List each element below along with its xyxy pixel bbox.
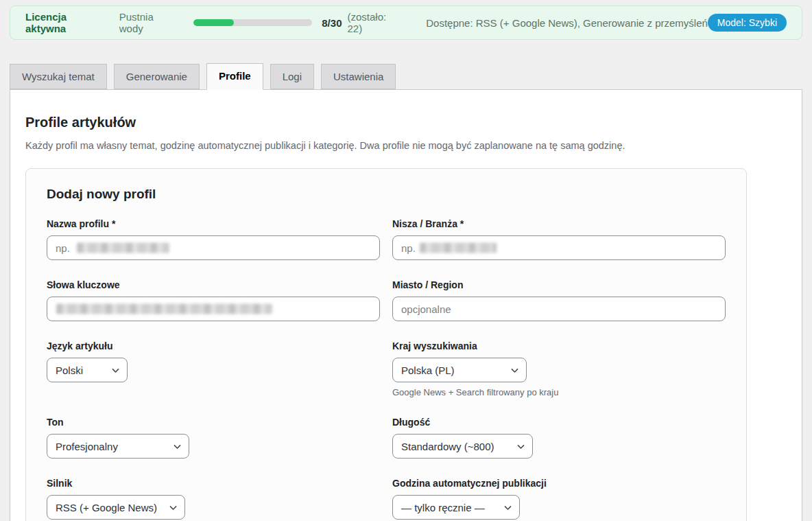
field-slowa-kluczowe: Słowa kluczowe [47,279,380,321]
silnik-label: Silnik [47,478,380,489]
select-value: Polski [56,364,83,376]
ton-label: Ton [47,417,380,428]
jezyk-artykulu-label: Język artykułu [47,340,380,351]
dlugosc-select[interactable]: Standardowy (~800) [392,434,533,459]
godzina-publikacji-select[interactable]: — tylko ręcznie — [392,495,520,520]
field-silnik: Silnik RSS (+ Google News) [47,478,380,520]
chevron-down-icon [173,442,182,451]
select-value: RSS (+ Google News) [56,502,157,513]
kraj-wyszukiwania-label: Kraj wyszukiwania [392,340,726,351]
chevron-down-icon [503,503,512,512]
field-nazwa-profilu: Nazwa profilu * [47,218,380,260]
usage-progressbar [193,19,312,26]
godzina-publikacji-label: Godzina automatycznej publikacji [392,478,726,489]
chevron-down-icon [111,366,120,375]
nisza-branza-label: Nisza / Branża * [392,218,726,229]
model-badge[interactable]: Model: Szybki [708,14,787,32]
chevron-down-icon [169,503,178,512]
field-nisza-branza: Nisza / Branża * [392,218,726,260]
site-name: Pustnia wody [119,11,170,34]
tab-bar: Wyszukaj temat Generowanie Profile Logi … [10,63,802,89]
select-value: — tylko ręcznie — [401,502,485,513]
miasto-region-input[interactable] [392,297,726,321]
tab-wyszukaj-temat[interactable]: Wyszukaj temat [10,64,107,89]
tab-generowanie[interactable]: Generowanie [114,64,200,89]
nisza-branza-input[interactable] [392,235,726,260]
select-value: Standardowy (~800) [401,441,494,452]
add-profile-card: Dodaj nowy profil Nazwa profilu * Nisza … [25,168,747,521]
usage-progress-fill [193,19,234,26]
card-title: Dodaj nowy profil [47,187,726,202]
nazwa-profilu-input[interactable] [47,235,380,260]
select-value: Profesjonalny [56,441,118,452]
field-jezyk-artykulu: Język artykułu Polski [47,340,380,397]
miasto-region-label: Miasto / Region [392,279,726,290]
tab-ustawienia[interactable]: Ustawienia [321,64,396,89]
slowa-kluczowe-label: Słowa kluczowe [47,279,380,290]
field-kraj-wyszukiwania: Kraj wyszukiwania Polska (PL) Google New… [392,340,726,397]
kraj-help-text: Google News + Search filtrowany po kraju [392,387,726,397]
page-title: Profile artykułów [25,115,787,130]
kraj-wyszukiwania-select[interactable]: Polska (PL) [392,358,527,382]
license-bar: Licencja aktywna Pustnia wody 8/30 (zost… [10,5,802,40]
tab-content-panel: Profile artykułów Każdy profil ma własny… [10,89,802,521]
select-value: Polska (PL) [401,364,455,376]
slowa-kluczowe-input[interactable] [47,297,380,321]
dlugosc-label: Długość [392,417,726,428]
chevron-down-icon [510,366,519,375]
usage-remaining: (zostało: 22) [347,11,394,34]
tab-profile[interactable]: Profile [206,63,263,90]
profile-form: Nazwa profilu * Nisza / Branża * Słowa k… [47,218,726,520]
field-ton: Ton Profesjonalny [47,417,380,459]
jezyk-artykulu-select[interactable]: Polski [47,358,128,382]
usage-count: 8/30 [322,17,342,29]
field-dlugosc: Długość Standardowy (~800) [392,417,726,459]
available-features: Dostępne: RSS (+ Google News), Generowan… [426,17,708,29]
tab-logi[interactable]: Logi [270,64,314,89]
silnik-select[interactable]: RSS (+ Google News) [47,495,185,520]
nazwa-profilu-label: Nazwa profilu * [47,218,380,229]
ton-select[interactable]: Profesjonalny [47,434,189,459]
license-status: Licencja aktywna [25,11,96,34]
chevron-down-icon [516,442,525,451]
field-godzina-publikacji: Godzina automatycznej publikacji — tylko… [392,478,726,520]
page-description: Każdy profil ma własny temat, godzinę au… [25,140,787,151]
field-miasto-region: Miasto / Region [392,279,726,321]
